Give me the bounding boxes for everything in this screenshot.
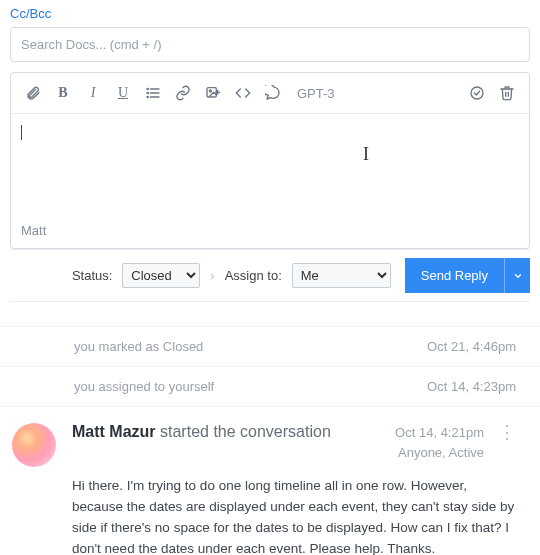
svg-rect-6: [207, 88, 216, 97]
avatar: [12, 423, 56, 467]
attach-icon[interactable]: [19, 79, 47, 107]
image-icon[interactable]: [199, 79, 227, 107]
activity-text: you assigned to yourself: [74, 379, 214, 394]
conversation-title: Matt Mazur started the conversation: [72, 423, 331, 441]
mouse-ibeam-icon: I: [363, 144, 369, 165]
conversation-meta: Anyone, Active: [395, 443, 484, 463]
list-icon[interactable]: [139, 79, 167, 107]
svg-point-7: [209, 90, 211, 92]
editor-box: B I U GPT-3: [10, 72, 530, 249]
code-icon[interactable]: [229, 79, 257, 107]
assign-select[interactable]: MeUnassigned: [292, 263, 391, 288]
svg-point-8: [471, 87, 483, 99]
trash-icon[interactable]: [493, 79, 521, 107]
comment-icon[interactable]: [259, 79, 287, 107]
status-select[interactable]: OpenClosedPending: [122, 263, 200, 288]
svg-point-4: [147, 92, 148, 93]
signature: Matt: [11, 219, 529, 248]
activity-row: you marked as ClosedOct 21, 4:46pm: [0, 326, 540, 366]
conversation-body: Hi there. I'm trying to do one long time…: [72, 476, 516, 555]
bold-icon[interactable]: B: [49, 79, 77, 107]
conversation-action: started the conversation: [160, 423, 331, 440]
text-cursor: [21, 125, 22, 140]
send-reply-button[interactable]: Send Reply: [405, 258, 504, 293]
cc-bcc-link[interactable]: Cc/Bcc: [10, 6, 530, 21]
conversation-time: Oct 14, 4:21pm: [395, 423, 484, 443]
conversation-item: Matt Mazur started the conversation Oct …: [0, 406, 540, 555]
activity-time: Oct 14, 4:23pm: [427, 379, 516, 394]
italic-icon[interactable]: I: [79, 79, 107, 107]
chevron-right-icon: ›: [210, 268, 214, 283]
activity-text: you marked as Closed: [74, 339, 203, 354]
check-circle-icon[interactable]: [463, 79, 491, 107]
status-label: Status:: [72, 268, 112, 283]
underline-icon[interactable]: U: [109, 79, 137, 107]
assign-label: Assign to:: [225, 268, 282, 283]
editor-toolbar: B I U GPT-3: [11, 73, 529, 114]
gpt-button[interactable]: GPT-3: [289, 86, 343, 101]
action-bar: Status: OpenClosedPending › Assign to: M…: [10, 249, 530, 302]
activity-time: Oct 21, 4:46pm: [427, 339, 516, 354]
search-input[interactable]: [10, 27, 530, 62]
send-reply-more-button[interactable]: [504, 258, 530, 293]
activity-feed: you marked as ClosedOct 21, 4:46pmyou as…: [0, 326, 540, 406]
editor-textarea[interactable]: I: [11, 114, 529, 219]
activity-row: you assigned to yourselfOct 14, 4:23pm: [0, 366, 540, 406]
more-menu-icon[interactable]: ⋮: [498, 423, 516, 441]
link-icon[interactable]: [169, 79, 197, 107]
svg-point-3: [147, 88, 148, 89]
author-name: Matt Mazur: [72, 423, 156, 440]
svg-point-5: [147, 96, 148, 97]
